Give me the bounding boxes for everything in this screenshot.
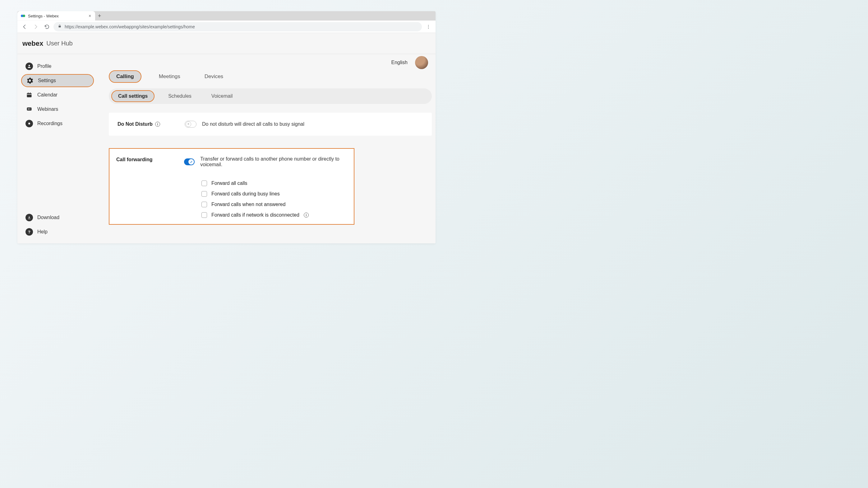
record-icon	[26, 120, 33, 127]
svg-rect-2	[59, 26, 61, 27]
sidebar-item-download[interactable]: Download	[21, 211, 94, 224]
forward-network-checkbox[interactable]	[202, 212, 207, 218]
lock-icon	[58, 24, 62, 29]
subtab-label: Voicemail	[211, 93, 232, 99]
subtab-schedules[interactable]: Schedules	[162, 91, 198, 102]
main-content: English Calling Meetings Devices Call se…	[96, 54, 436, 243]
back-button[interactable]	[20, 22, 29, 31]
sidebar-item-calendar[interactable]: Calendar	[21, 88, 94, 102]
dnd-description: Do not disturb will direct all calls to …	[202, 121, 304, 127]
call-forwarding-options: Forward all calls Forward calls during b…	[184, 180, 346, 218]
dnd-title: Do Not Disturb	[118, 121, 153, 127]
brand-logo: webex	[22, 39, 43, 48]
svg-rect-7	[27, 93, 32, 97]
subtab-call-settings[interactable]: Call settings	[111, 90, 155, 102]
sidebar-item-label: Calendar	[37, 92, 58, 98]
download-icon	[26, 214, 33, 221]
forward-network-row: Forward calls if network is disconnected…	[202, 212, 346, 218]
secondary-tabs: Call settings Schedules Voicemail	[109, 88, 432, 104]
call-forwarding-toggle[interactable]	[184, 159, 195, 165]
forward-no-answer-row: Forward calls when not answered	[202, 202, 346, 207]
checkbox-label: Forward all calls	[211, 180, 247, 186]
dnd-toggle[interactable]	[185, 121, 196, 127]
sidebar-item-label: Settings	[38, 78, 56, 83]
address-bar[interactable]: https://example.webex.com/webappng/sites…	[54, 22, 422, 31]
close-tab-icon[interactable]: ×	[88, 14, 92, 18]
sidebar-item-settings[interactable]: Settings	[21, 74, 94, 87]
forward-busy-row: Forward calls during busy lines	[202, 191, 346, 197]
svg-point-13	[28, 123, 30, 124]
svg-point-4	[428, 26, 429, 27]
svg-point-6	[29, 65, 30, 66]
sidebar-item-label: Recordings	[37, 121, 62, 126]
info-icon[interactable]: i	[155, 122, 160, 127]
calendar-icon	[26, 91, 33, 99]
tab-calling[interactable]: Calling	[109, 70, 142, 83]
new-tab-button[interactable]: +	[95, 11, 104, 21]
sidebar-item-webinars[interactable]: Webinars	[21, 103, 94, 116]
checkbox-label: Forward calls when not answered	[211, 202, 285, 207]
tab-devices[interactable]: Devices	[198, 71, 230, 82]
browser-tab-strip: Settings - Webex × +	[18, 11, 436, 21]
forward-all-calls-checkbox[interactable]	[202, 180, 207, 186]
tab-label: Devices	[205, 74, 223, 79]
language-selector[interactable]: English	[392, 60, 408, 65]
help-icon: ?	[26, 228, 33, 236]
sidebar-item-label: Download	[37, 215, 59, 220]
person-icon	[26, 62, 33, 70]
browser-tab[interactable]: Settings - Webex ×	[18, 11, 95, 21]
tab-label: Calling	[116, 74, 134, 79]
gear-icon	[26, 77, 34, 84]
subtab-label: Schedules	[168, 93, 191, 99]
tab-meetings[interactable]: Meetings	[152, 71, 187, 82]
sidebar-item-profile[interactable]: Profile	[21, 60, 94, 73]
sidebar-item-label: Profile	[37, 63, 51, 69]
sidebar-item-label: Help	[37, 229, 48, 235]
svg-point-1	[23, 15, 25, 17]
dnd-panel: Do Not Disturb i Do not disturb will dir…	[109, 113, 432, 136]
brand-suffix: User Hub	[46, 40, 72, 47]
user-avatar[interactable]	[415, 56, 428, 69]
browser-tab-title: Settings - Webex	[28, 14, 88, 18]
subtab-label: Call settings	[118, 93, 148, 99]
svg-point-3	[428, 25, 429, 26]
sidebar-item-recordings[interactable]: Recordings	[21, 117, 94, 130]
address-url: https://example.webex.com/webappng/sites…	[65, 24, 195, 29]
app-header: webex User Hub	[18, 33, 436, 54]
svg-point-12	[28, 109, 29, 110]
forward-all-calls-row: Forward all calls	[202, 180, 346, 186]
sidebar-item-label: Webinars	[37, 107, 58, 112]
browser-window: Settings - Webex × + https://example.web…	[18, 11, 436, 243]
call-forwarding-panel: Call forwarding Transfer or forward call…	[109, 148, 354, 225]
primary-tabs: Calling Meetings Devices	[109, 58, 432, 88]
svg-rect-11	[27, 107, 32, 111]
app-root: webex User Hub Profile	[18, 33, 436, 243]
sidebar: Profile Settings Calendar	[18, 54, 96, 243]
reload-button[interactable]	[42, 22, 52, 31]
webex-favicon-icon	[21, 13, 26, 18]
info-icon[interactable]: i	[304, 212, 309, 218]
svg-rect-8	[27, 94, 32, 95]
browser-toolbar: https://example.webex.com/webappng/sites…	[18, 21, 436, 33]
svg-rect-10	[30, 92, 31, 94]
forward-no-answer-checkbox[interactable]	[202, 202, 207, 207]
svg-point-5	[428, 28, 429, 28]
forward-busy-checkbox[interactable]	[202, 191, 207, 197]
tab-label: Meetings	[159, 74, 180, 79]
checkbox-label: Forward calls during busy lines	[211, 191, 280, 197]
forward-button[interactable]	[31, 22, 40, 31]
checkbox-label: Forward calls if network is disconnected	[211, 212, 299, 218]
browser-menu-button[interactable]	[424, 22, 433, 31]
call-forwarding-title: Call forwarding	[116, 156, 184, 163]
call-forwarding-description: Transfer or forward calls to another pho…	[200, 156, 346, 167]
webinars-icon	[26, 106, 33, 113]
subtab-voicemail[interactable]: Voicemail	[205, 91, 239, 102]
sidebar-item-help[interactable]: ? Help	[21, 225, 94, 238]
svg-rect-9	[28, 92, 29, 94]
